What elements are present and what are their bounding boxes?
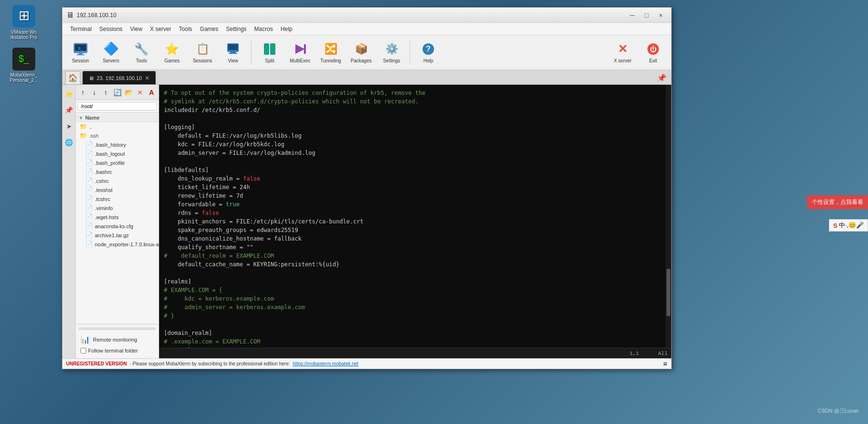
tree-item-bash_history[interactable]: 📄 .bash_history bbox=[76, 140, 159, 149]
menu-sessions[interactable]: Sessions bbox=[95, 25, 126, 33]
menu-settings[interactable]: Settings bbox=[222, 25, 250, 33]
terminal-scrollbar[interactable] bbox=[666, 85, 671, 348]
toolbar-multiexec[interactable]: MultiExec bbox=[286, 38, 314, 67]
sidebar-up-btn[interactable]: ↑ bbox=[78, 87, 88, 98]
bottom-message: - Please support MobaXterm by subscribin… bbox=[130, 361, 290, 366]
csdn-watermark: CSDN @三Lucas bbox=[818, 407, 858, 414]
tree-item-node-exporter[interactable]: 📄 node_exporter-1.7.0.linux-amd bbox=[76, 240, 159, 249]
tree-item-viminfo[interactable]: 📄 .viminfo bbox=[76, 203, 159, 212]
sidebar-refresh-btn[interactable]: 🔄 bbox=[112, 87, 122, 98]
sidebar-up2-btn[interactable]: ↑ bbox=[101, 87, 111, 98]
tree-item-cshrc[interactable]: 📄 .cshrc bbox=[76, 176, 159, 185]
tab-bar: 🏠 🖥 23. 192.168.100.10 ✕ 📌 bbox=[62, 70, 671, 85]
terminal-line-12: forwardable = true bbox=[164, 201, 240, 208]
help-icon: ? bbox=[421, 41, 436, 57]
menu-tools[interactable]: Tools bbox=[175, 25, 196, 33]
tab-1[interactable]: 🖥 23. 192.168.100.10 ✕ bbox=[82, 71, 156, 84]
monitor-icon: 📊 bbox=[81, 335, 90, 344]
tab-close-button[interactable]: ✕ bbox=[145, 75, 150, 81]
sidebar-folder-btn[interactable]: 📂 bbox=[123, 87, 134, 98]
left-arrow-icon[interactable]: ➤ bbox=[64, 121, 74, 131]
desktop-icon-mobaterm[interactable]: $_ MobaXterm_Personal_2... bbox=[5, 48, 43, 83]
sidebar-text-btn[interactable]: A bbox=[146, 87, 157, 98]
menu-terminal[interactable]: Terminal bbox=[66, 25, 95, 33]
remote-monitoring[interactable]: 📊 Remote monitoring bbox=[79, 333, 156, 346]
mobaterm-icon: $_ bbox=[12, 48, 35, 71]
tree-item-ssh[interactable]: 📁 .ssh bbox=[76, 131, 159, 140]
sidebar-scroll[interactable] bbox=[79, 327, 156, 330]
toolbar-servers[interactable]: 🔷 Servers bbox=[97, 38, 125, 67]
terminal[interactable]: # To opt out of the system crypto-polici… bbox=[159, 85, 671, 348]
xserver-label: X server bbox=[614, 58, 631, 63]
left-globe-icon[interactable]: 🌐 bbox=[64, 137, 74, 148]
ime-bar[interactable]: S 中·,😊🎤 bbox=[829, 219, 868, 232]
right-panel[interactable]: 个性设置，点我看看 bbox=[807, 195, 868, 209]
tree-item-bash_logout[interactable]: 📄 .bash_logout bbox=[76, 149, 159, 158]
tree-item-wget-hsts[interactable]: 📄 .wget-hsts bbox=[76, 212, 159, 222]
sidebar: ↑ ↓ ↑ 🔄 📂 ✕ A ▼ Name 📁 .. bbox=[76, 85, 159, 358]
tree-item-archive[interactable]: 📄 archive1.tar.gz bbox=[76, 231, 159, 240]
scrollbar-thumb[interactable] bbox=[666, 269, 670, 316]
minimize-button[interactable]: ─ bbox=[626, 10, 639, 20]
toolbar-sessions[interactable]: 📋 Sessions bbox=[188, 38, 217, 67]
csdn-text: CSDN @三Lucas bbox=[818, 408, 858, 414]
sessions-label: Sessions bbox=[193, 58, 212, 63]
left-star-icon[interactable]: ⭐ bbox=[64, 89, 74, 99]
toolbar-games[interactable]: ⭐ Games bbox=[158, 38, 186, 67]
follow-folder-label[interactable]: Follow terminal folder bbox=[88, 348, 138, 353]
toolbar-xserver[interactable]: ✕ X server bbox=[608, 38, 637, 67]
tree-item-label: .bashrc bbox=[95, 169, 112, 175]
sidebar-down-btn[interactable]: ↓ bbox=[89, 87, 100, 98]
settings-label: Settings bbox=[383, 58, 400, 63]
ime-zh: S bbox=[833, 222, 838, 229]
games-icon: ⭐ bbox=[164, 41, 180, 57]
svg-rect-10 bbox=[228, 44, 238, 50]
left-pin-icon[interactable]: 📌 bbox=[64, 105, 74, 115]
vmware-icon: ⊞ bbox=[12, 5, 35, 28]
follow-folder-checkbox[interactable] bbox=[81, 348, 86, 353]
tree-item-tcshrc[interactable]: 📄 .tcshrc bbox=[76, 194, 159, 203]
svg-text:⏻: ⏻ bbox=[650, 45, 656, 53]
toolbar-settings[interactable]: ⚙️ Settings bbox=[377, 38, 406, 67]
file-icon: 📄 bbox=[85, 150, 93, 157]
toolbar-split[interactable]: Split bbox=[255, 38, 284, 67]
toolbar-help[interactable]: ? Help bbox=[414, 38, 443, 67]
tab-pin[interactable]: 📌 bbox=[655, 71, 668, 84]
packages-icon: 📦 bbox=[353, 41, 369, 57]
terminal-line-17: qualify_shortname = "" bbox=[164, 244, 253, 251]
tree-item-label: anaconda-ks.cfg bbox=[95, 223, 133, 229]
tunneling-icon: 🔀 bbox=[323, 41, 338, 57]
tree-item-label: .tcshrc bbox=[95, 196, 110, 202]
menu-games[interactable]: Games bbox=[196, 25, 222, 33]
menu-macros[interactable]: Macros bbox=[251, 25, 277, 33]
subscription-link[interactable]: https://mobaxterm.mobatek.net bbox=[293, 361, 359, 366]
menu-help[interactable]: Help bbox=[277, 25, 296, 33]
terminal-line-21: # EXAMPLE.COM = { bbox=[164, 287, 222, 293]
tree-item-lesshst[interactable]: 📄 .lesshst bbox=[76, 185, 159, 194]
toolbar-exit[interactable]: ⏻ Exit bbox=[639, 38, 667, 67]
tab-label: 23. 192.168.100.10 bbox=[97, 75, 142, 81]
path-input[interactable] bbox=[78, 102, 157, 111]
menu-xserver[interactable]: X server bbox=[146, 25, 175, 33]
tree-item-bashrc[interactable]: 📄 .bashrc bbox=[76, 167, 159, 176]
menu-view[interactable]: View bbox=[126, 25, 146, 33]
svg-rect-11 bbox=[230, 52, 236, 53]
svg-rect-14 bbox=[270, 43, 275, 55]
tree-item-parent[interactable]: 📁 .. bbox=[76, 122, 159, 131]
terminal-section-libdefaults: [libdefaults] bbox=[164, 167, 209, 173]
toolbar-view[interactable]: View bbox=[219, 38, 247, 67]
file-icon: 📄 bbox=[85, 232, 93, 239]
toolbar-tunneling[interactable]: 🔀 Tunneling bbox=[316, 38, 345, 67]
tab-home[interactable]: 🏠 bbox=[65, 71, 81, 84]
toolbar-packages[interactable]: 📦 Packages bbox=[347, 38, 375, 67]
close-button[interactable]: × bbox=[654, 10, 667, 20]
toolbar-tools[interactable]: 🔧 Tools bbox=[127, 38, 156, 67]
toolbar-session[interactable]: $_ Session bbox=[66, 38, 95, 67]
tree-item-anaconda[interactable]: 📄 anaconda-ks.cfg bbox=[76, 222, 159, 231]
desktop-icon-vmware[interactable]: ⊞ VMware Wo rkstation Pro bbox=[5, 5, 43, 40]
tree-item-label: archive1.tar.gz bbox=[95, 232, 129, 238]
sidebar-close-btn[interactable]: ✕ bbox=[135, 87, 145, 98]
maximize-button[interactable]: □ bbox=[640, 10, 653, 20]
follow-folder: Follow terminal folder bbox=[79, 346, 156, 355]
tree-item-bash_profile[interactable]: 📄 .bash_profile bbox=[76, 158, 159, 167]
